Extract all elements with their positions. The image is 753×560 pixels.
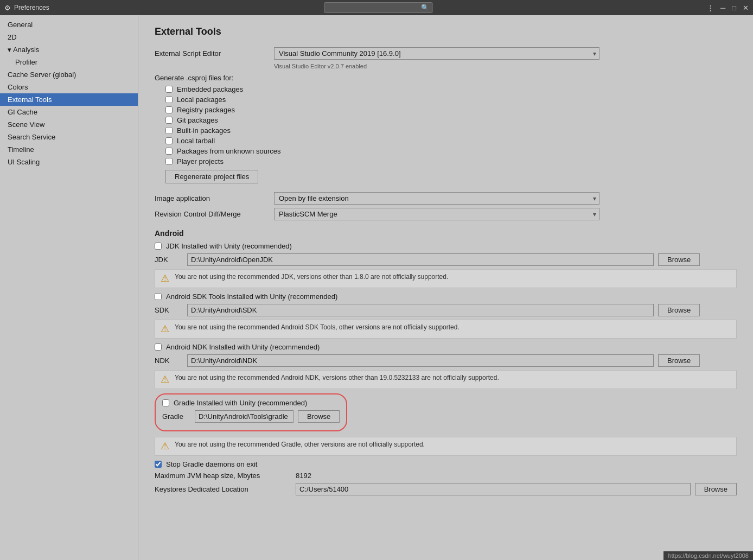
keystores-row: Keystores Dedicated Location Browse (155, 483, 737, 495)
gradle-warning-icon: ⚠ (161, 440, 169, 452)
jdk-checkbox-label: JDK Installed with Unity (recommended) (166, 242, 292, 250)
regenerate-button[interactable]: Regenerate project files (165, 170, 258, 183)
ndk-checkbox[interactable] (155, 343, 162, 351)
csproj-local: Local packages (155, 94, 737, 105)
generate-csproj-section: Generate .csproj files for: Embedded pac… (155, 74, 737, 187)
gradle-warning-text: You are not using the recommended Gradle… (175, 441, 425, 448)
csproj-builtin-label: Built-in packages (177, 126, 231, 135)
sidebar-item-cache-server[interactable]: Cache Server (global) (0, 68, 138, 81)
sidebar: General 2D ▾ Analysis Profiler Cache Ser… (0, 15, 138, 560)
minimize-button[interactable]: ─ (720, 4, 725, 12)
csproj-local-label: Local packages (177, 96, 226, 104)
sdk-warning-text: You are not using the recommended Androi… (175, 323, 460, 331)
csproj-git-checkbox[interactable] (165, 117, 173, 124)
generate-csproj-label: Generate .csproj files for: (155, 74, 737, 82)
android-section-title: Android (155, 229, 737, 238)
gradle-checkbox[interactable] (162, 399, 169, 406)
close-button[interactable]: ✕ (743, 4, 749, 12)
jdk-key: JDK (155, 256, 187, 264)
revision-control-select[interactable]: PlasticSCM Merge (274, 208, 599, 220)
csproj-unknown-checkbox[interactable] (165, 148, 173, 155)
maximize-button[interactable]: □ (732, 4, 736, 12)
csproj-unknown-label: Packages from unknown sources (177, 147, 280, 155)
ndk-field-row: NDK Browse (155, 354, 737, 367)
jdk-path-input[interactable] (187, 253, 654, 266)
gradle-highlighted-section: Gradle Installed with Unity (recommended… (155, 393, 347, 431)
sdk-checkbox[interactable] (155, 293, 162, 300)
stop-gradle-checkbox[interactable] (155, 461, 162, 468)
title-bar-left: ⚙ Preferences (4, 4, 49, 12)
more-icon[interactable]: ⋮ (707, 4, 714, 12)
external-script-editor-select[interactable]: Visual Studio Community 2019 [16.9.0] (274, 47, 599, 60)
csproj-builtin: Built-in packages (155, 125, 737, 136)
image-application-select[interactable]: Open by file extension (274, 192, 599, 205)
sidebar-item-gi-cache[interactable]: GI Cache (0, 106, 138, 118)
sidebar-item-search-service[interactable]: Search Service (0, 131, 138, 143)
keystores-label: Keystores Dedicated Location (155, 485, 296, 493)
csproj-player-checkbox[interactable] (165, 158, 173, 165)
revision-control-label: Revision Control Diff/Merge (155, 210, 274, 218)
external-script-editor-row: External Script Editor Visual Studio Com… (155, 47, 737, 60)
csproj-player: Player projects (155, 156, 737, 167)
csproj-unknown: Packages from unknown sources (155, 146, 737, 156)
csproj-tarball: Local tarball (155, 136, 737, 146)
status-url: https://blog.csdn.net/wuyt2008 (668, 552, 749, 559)
csproj-embedded-checkbox[interactable] (165, 86, 173, 93)
jdk-checkbox-row: JDK Installed with Unity (recommended) (155, 242, 737, 250)
search-input[interactable] (324, 2, 433, 13)
title-bar: ⚙ Preferences 🔍 ⋮ ─ □ ✕ (0, 0, 753, 15)
gradle-warning: ⚠ You are not using the recommended Grad… (155, 437, 737, 456)
ndk-checkbox-row: Android NDK Installed with Unity (recomm… (155, 343, 737, 351)
jdk-warning: ⚠ You are not using the recommended JDK,… (155, 269, 737, 288)
status-bar: https://blog.csdn.net/wuyt2008 (663, 551, 753, 560)
csproj-tarball-checkbox[interactable] (165, 137, 173, 144)
ndk-warning-text: You are not using the recommended Androi… (175, 374, 499, 381)
window-controls: ⋮ ─ □ ✕ (707, 4, 749, 12)
stop-gradle-label: Stop Gradle daemons on exit (166, 460, 257, 468)
ndk-browse-button[interactable]: Browse (658, 354, 700, 367)
revision-control-row: Revision Control Diff/Merge PlasticSCM M… (155, 208, 737, 220)
page-title: External Tools (155, 26, 737, 37)
csproj-local-checkbox[interactable] (165, 96, 173, 103)
jdk-browse-button[interactable]: Browse (658, 253, 700, 266)
ndk-key: NDK (155, 357, 187, 365)
csproj-embedded: Embedded packages (155, 84, 737, 94)
sidebar-item-colors[interactable]: Colors (0, 81, 138, 93)
sidebar-item-general[interactable]: General (0, 18, 138, 31)
csproj-tarball-label: Local tarball (177, 137, 215, 145)
keystores-path-input[interactable] (296, 483, 691, 495)
sdk-field-row: SDK Browse (155, 304, 737, 316)
sdk-key: SDK (155, 306, 187, 314)
ndk-path-input[interactable] (187, 354, 654, 367)
sidebar-item-ui-scaling[interactable]: UI Scaling (0, 156, 138, 168)
sidebar-item-profiler[interactable]: Profiler (0, 56, 138, 68)
sidebar-item-scene-view[interactable]: Scene View (0, 118, 138, 131)
sidebar-item-2d[interactable]: 2D (0, 31, 138, 43)
gradle-checkbox-label: Gradle Installed with Unity (recommended… (174, 399, 307, 407)
gradle-browse-button[interactable]: Browse (298, 410, 340, 423)
sdk-browse-button[interactable]: Browse (658, 304, 700, 316)
gradle-field-row: Gradle Browse (162, 410, 340, 423)
jdk-checkbox[interactable] (155, 243, 162, 250)
gradle-checkbox-row: Gradle Installed with Unity (recommended… (162, 399, 340, 407)
sidebar-item-analysis[interactable]: ▾ Analysis (0, 43, 138, 56)
jvm-row: Maximum JVM heap size, Mbytes 8192 (155, 472, 737, 480)
gear-icon: ⚙ (4, 4, 11, 12)
image-application-label: Image application (155, 194, 274, 202)
gradle-path-input[interactable] (195, 410, 293, 423)
external-script-editor-dropdown-wrapper: Visual Studio Community 2019 [16.9.0] (274, 47, 599, 60)
ndk-checkbox-label: Android NDK Installed with Unity (recomm… (166, 343, 320, 351)
sdk-path-input[interactable] (187, 304, 654, 316)
sidebar-item-external-tools[interactable]: External Tools (0, 93, 138, 106)
csproj-registry-checkbox[interactable] (165, 106, 173, 113)
keystores-browse-button[interactable]: Browse (695, 483, 737, 495)
image-application-dropdown-wrapper: Open by file extension (274, 192, 599, 205)
revision-control-dropdown-wrapper: PlasticSCM Merge (274, 208, 599, 220)
csproj-builtin-checkbox[interactable] (165, 127, 173, 134)
ndk-warning: ⚠ You are not using the recommended Andr… (155, 370, 737, 389)
search-icon: 🔍 (421, 4, 429, 11)
csproj-registry: Registry packages (155, 105, 737, 115)
content-area: External Tools External Script Editor Vi… (138, 15, 753, 560)
sidebar-item-timeline[interactable]: Timeline (0, 143, 138, 156)
csproj-registry-label: Registry packages (177, 106, 235, 114)
